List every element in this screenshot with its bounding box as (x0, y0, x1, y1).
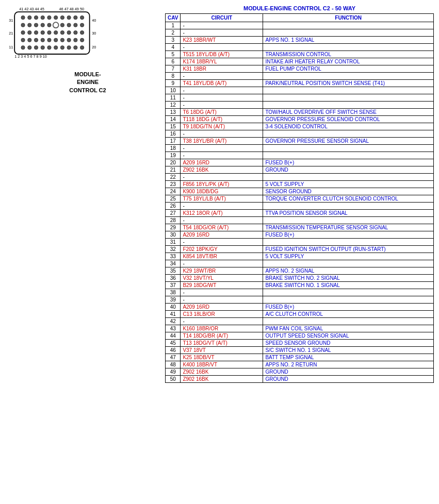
table-row: 31- (166, 239, 434, 246)
pin-label-right-20: 20 (92, 45, 96, 49)
table-row: 11- (166, 94, 434, 102)
function-cell: A/C CLUTCH CONTROL (263, 311, 434, 318)
cav-cell: 45 (166, 340, 181, 347)
cav-cell: 33 (166, 253, 181, 260)
table-row: 38- (166, 289, 434, 296)
function-cell: TOW/HAUL OVERDRIVE OFF SWITCH SENSE (263, 109, 434, 116)
cav-cell: 13 (166, 109, 181, 116)
pin-dot (60, 38, 64, 42)
function-cell: GROUND (263, 166, 434, 174)
table-row: 19- (166, 152, 434, 159)
table-row: 47K25 18DB/VTBATT TEMP SIGNAL (166, 354, 434, 361)
pin-dot (74, 31, 77, 35)
cav-cell: 39 (166, 296, 181, 304)
pin-dot (34, 31, 38, 35)
cav-cell: 20 (166, 159, 181, 166)
pin-dot (67, 38, 71, 42)
cav-cell: 28 (166, 217, 181, 224)
function-cell (263, 44, 434, 51)
function-cell (263, 318, 434, 325)
pin-dot (60, 15, 64, 19)
pin-dot (74, 46, 77, 49)
function-cell (263, 260, 434, 267)
function-cell (263, 289, 434, 296)
pin-dot (21, 31, 25, 35)
function-cell: FUEL PUMP CONTROL (263, 65, 434, 73)
circuit-cell: A209 16RD (181, 231, 263, 239)
table-row: 17T38 18YL/BR (A/T)GOVERNOR PRESSURE SEN… (166, 138, 434, 145)
function-cell: GOVERNOR PRESSURE SOLENOID CONTROL (263, 116, 434, 123)
table-row: 14T118 18DG (A/T)GOVERNOR PRESSURE SOLEN… (166, 116, 434, 123)
circuit-cell: - (181, 102, 263, 109)
cav-cell: 32 (166, 246, 181, 253)
pin-dot (47, 23, 51, 27)
table-row: 28- (166, 217, 434, 224)
pin-dot (41, 15, 44, 19)
pin-dot (54, 38, 58, 42)
function-cell: SENSOR GROUND (263, 188, 434, 195)
table-row: 29T54 18DG/OR (A/T)TRANSMISSION TEMPERAT… (166, 224, 434, 231)
circuit-cell: - (181, 318, 263, 325)
table-row: 35K29 18WT/BRAPPS NO. 2 SIGNAL (166, 267, 434, 275)
table-row: 7K31 18BRFUEL PUMP CONTROL (166, 65, 434, 73)
function-cell: FUSED B(+) (263, 159, 434, 166)
function-cell: GROUND (263, 368, 434, 376)
table-area: MODULE-ENGINE CONTROL C2 - 50 WAY CAV CI… (165, 5, 434, 383)
function-cell: 5 VOLT SUPPLY (263, 181, 434, 188)
circuit-cell: V37 18VT (181, 347, 263, 354)
pin-dot (21, 38, 25, 42)
function-header: FUNCTION (263, 14, 434, 22)
circuit-cell: V32 18VT/YL (181, 275, 263, 282)
circuit-cell: T38 18YL/BR (A/T) (181, 138, 263, 145)
function-cell: OUTPUT SPEED SENSOR SIGNAL (263, 332, 434, 340)
pin-dot (54, 46, 58, 49)
circuit-cell: A209 16RD (181, 159, 263, 166)
cav-cell: 9 (166, 80, 181, 87)
circuit-cell: K400 18BR/VT (181, 361, 263, 368)
function-cell (263, 203, 434, 210)
pin-dot (80, 46, 84, 49)
pin-dot (67, 23, 71, 27)
cav-cell: 42 (166, 318, 181, 325)
pin-label-right-40: 40 (92, 18, 96, 23)
cav-cell: 40 (166, 304, 181, 311)
cav-cell: 34 (166, 260, 181, 267)
cav-cell: 1 (166, 22, 181, 29)
circuit-cell: - (181, 296, 263, 304)
table-row: 26- (166, 203, 434, 210)
pin-dot (67, 15, 71, 19)
cav-cell: 35 (166, 267, 181, 275)
cav-cell: 29 (166, 224, 181, 231)
table-row: 8- (166, 73, 434, 80)
page: 41 42 43 44 45 46 47 48 49 50 31 21 11 4… (0, 0, 439, 392)
pin-dot (47, 38, 51, 42)
cav-cell: 46 (166, 347, 181, 354)
circuit-cell: K174 18BR/YL (181, 58, 263, 65)
function-cell (263, 239, 434, 246)
circuit-cell: - (181, 44, 263, 51)
table-row: 49Z902 16BKGROUND (166, 368, 434, 376)
cav-cell: 11 (166, 94, 181, 102)
table-row: 23F856 18YL/PK (A/T)5 VOLT SUPPLY (166, 181, 434, 188)
circuit-cell: - (181, 87, 263, 94)
connector-body (14, 12, 89, 54)
pin-dot (67, 46, 71, 49)
connector-table: CAV CIRCUIT FUNCTION 1-2-3K23 18BR/WTAPP… (165, 13, 434, 383)
table-header-row: CAV CIRCUIT FUNCTION (166, 14, 434, 22)
pin-dot (47, 31, 51, 35)
table-row: 20A209 16RDFUSED B(+) (166, 159, 434, 166)
function-cell: TTVA POSITION SENSOR SIGNAL (263, 210, 434, 217)
table-row: 41C13 18LB/ORA/C CLUTCH CONTROL (166, 311, 434, 318)
function-cell: SPEED SENSOR GROUND (263, 340, 434, 347)
function-cell: GOVERNOR PRESSURE SENSOR SIGNAL (263, 138, 434, 145)
table-row: 24K900 18DB/DGSENSOR GROUND (166, 188, 434, 195)
connector-diagram: 41 42 43 44 45 46 47 48 49 50 31 21 11 4… (5, 5, 108, 62)
cav-cell: 44 (166, 332, 181, 340)
pin-center-dot (53, 22, 59, 28)
circuit-cell: T13 18DG/VT (A/T) (181, 340, 263, 347)
pin-dot (47, 15, 51, 19)
cav-cell: 25 (166, 195, 181, 203)
cav-cell: 49 (166, 368, 181, 376)
cav-cell: 43 (166, 325, 181, 332)
pin-dot (28, 15, 31, 19)
